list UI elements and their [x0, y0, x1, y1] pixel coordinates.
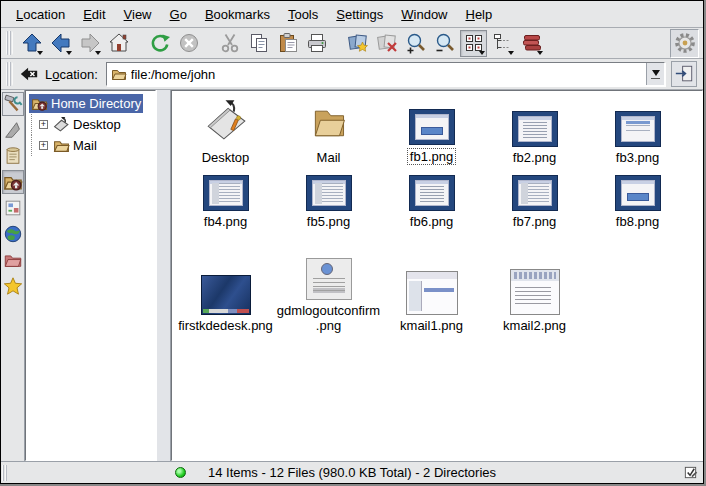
file-fb2-png[interactable]: fb2.png [483, 97, 586, 165]
stop-image-gallery-button[interactable] [373, 30, 400, 57]
create-image-gallery-button[interactable] [344, 30, 371, 57]
tree-item-desktop[interactable]: +Desktop [26, 114, 155, 135]
menu-location[interactable]: Location [7, 7, 74, 22]
sidebar-tab-bookmarks[interactable] [2, 274, 24, 298]
home-button[interactable] [105, 30, 132, 57]
tree-item-label: Mail [73, 138, 97, 153]
file-label: fb7.png [513, 214, 556, 229]
thumbnail-firstkdedesk-png [201, 275, 251, 315]
file-icon-box [409, 165, 455, 214]
menu-view[interactable]: View [115, 7, 161, 22]
locationbar-grip[interactable] [6, 62, 13, 86]
tree-view-button[interactable] [489, 30, 516, 57]
thumbnail-fb2-png [512, 111, 558, 147]
file-fb7-png[interactable]: fb7.png [483, 165, 586, 229]
thumbnail-kmail1-png [406, 271, 458, 315]
location-combobox [106, 62, 665, 86]
print-button[interactable] [303, 30, 330, 57]
cut-button[interactable] [216, 30, 243, 57]
sidebar-tab-services[interactable] [2, 196, 24, 220]
copy-button[interactable] [245, 30, 272, 57]
tree-expander[interactable]: + [39, 141, 48, 150]
reload-icon [149, 32, 171, 54]
file-label: fb1.png [407, 148, 456, 165]
file-desktop[interactable]: Desktop [174, 97, 277, 165]
file-fb5-png[interactable]: fb5.png [277, 165, 380, 229]
history-scroll-icon [3, 146, 23, 166]
menu-window[interactable]: Window [392, 7, 456, 22]
tree-expander[interactable]: + [39, 120, 48, 129]
stop-icon [178, 32, 200, 54]
tree-line [31, 135, 39, 156]
linked-view-checkbox-icon[interactable] [683, 465, 698, 480]
folder-large-icon [308, 103, 350, 143]
paste-button[interactable] [274, 30, 301, 57]
menu-tools[interactable]: Tools [279, 7, 327, 22]
file-fb3-png[interactable]: fb3.png [586, 97, 689, 165]
sidebar-tab-history[interactable] [2, 144, 24, 168]
network-globe-icon [3, 224, 23, 244]
file-label: Mail [317, 150, 341, 165]
file-label: fb5.png [307, 214, 350, 229]
file-fb8-png[interactable]: fb8.png [586, 165, 689, 229]
desktop-icon [203, 97, 249, 147]
file-fb4-png[interactable]: fb4.png [174, 165, 277, 229]
menu-go[interactable]: Go [161, 7, 196, 22]
icon-view-button[interactable] [460, 30, 487, 57]
zoom-in-icon [405, 32, 427, 54]
location-dropdown-arrow[interactable] [646, 63, 664, 85]
panel-splitter[interactable] [156, 90, 171, 461]
tree-item-home-directory[interactable]: Home Directory [26, 93, 155, 114]
tools-icon [3, 94, 23, 114]
thumbnail-gdmlogoutconfirm-png [306, 258, 352, 300]
file-mail[interactable]: Mail [277, 97, 380, 165]
file-label: fb8.png [616, 214, 659, 229]
reload-button[interactable] [146, 30, 173, 57]
clear-location-button[interactable] [17, 62, 41, 86]
back-button[interactable] [47, 30, 74, 57]
file-icon-box [306, 165, 352, 214]
sidebar-tab-configure[interactable] [2, 92, 24, 116]
image-gallery-icon [347, 32, 369, 54]
desktop-small-icon [53, 116, 73, 133]
file-kmail2-png[interactable]: kmail2.png [483, 229, 586, 333]
toolbar-buttons [17, 30, 546, 57]
sidebar-tab-devices[interactable] [2, 118, 24, 142]
paste-icon [277, 32, 299, 54]
location-bar: Location: [1, 59, 703, 90]
detail-view-button[interactable] [518, 30, 545, 57]
file-row: DesktopMailfb1.pngfb2.pngfb3.png [174, 97, 702, 165]
sidebar-tab-root-directory[interactable] [2, 248, 24, 272]
zoom-in-button[interactable] [402, 30, 429, 57]
sidebar-tab-network[interactable] [2, 222, 24, 246]
go-button[interactable] [671, 61, 697, 87]
desktop-large-icon [203, 97, 249, 143]
file-fb1-png[interactable]: fb1.png [380, 97, 483, 165]
file-icon-box [409, 97, 455, 148]
toolbar-grip[interactable] [6, 31, 13, 55]
menu-bookmarks[interactable]: Bookmarks [196, 7, 279, 22]
forward-button[interactable] [76, 30, 103, 57]
dropdown-arrow-icon [537, 51, 543, 55]
services-icon [3, 198, 23, 218]
root-folder-icon [3, 250, 23, 270]
file-firstkdedesk-png[interactable]: firstkdedesk.png [174, 229, 277, 333]
file-icon-box [510, 229, 560, 318]
menu-help[interactable]: Help [457, 7, 502, 22]
file-row: fb4.pngfb5.pngfb6.pngfb7.pngfb8.png [174, 165, 702, 229]
file-icon-box [615, 165, 661, 214]
file-icon-box [203, 165, 249, 214]
menu-edit[interactable]: Edit [74, 7, 114, 22]
up-button[interactable] [18, 30, 45, 57]
menu-settings[interactable]: Settings [327, 7, 392, 22]
file-kmail1-png[interactable]: kmail1.png [380, 229, 483, 333]
statusbar-grip[interactable] [2, 465, 7, 481]
tree-item-mail[interactable]: +Mail [26, 135, 155, 156]
file-label: kmail1.png [400, 318, 463, 333]
stop-button[interactable] [175, 30, 202, 57]
file-fb6-png[interactable]: fb6.png [380, 165, 483, 229]
zoom-out-button[interactable] [431, 30, 458, 57]
sidebar-tab-home-directory[interactable] [2, 170, 24, 194]
location-input[interactable] [131, 64, 646, 84]
file-gdmlogoutconfirm-png[interactable]: gdmlogoutconfirm.png [277, 229, 380, 333]
